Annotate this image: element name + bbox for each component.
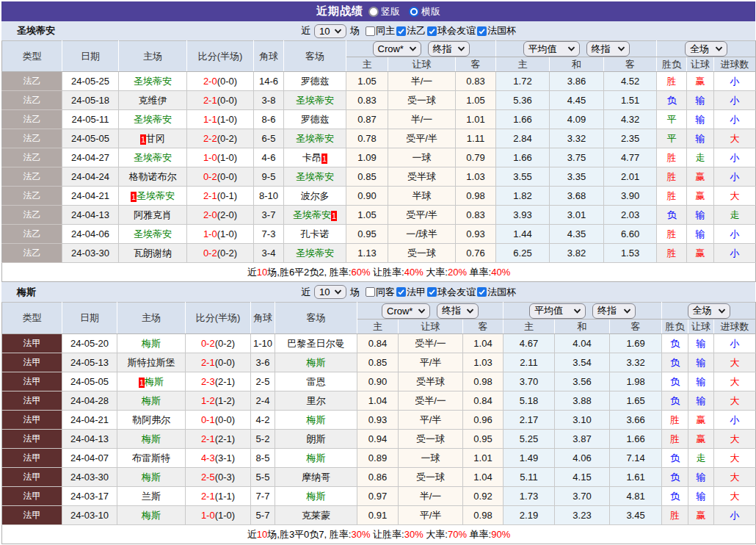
ah-odds-cell: 0.94	[357, 430, 399, 449]
result-cell: 赢	[687, 187, 714, 206]
score-half: (2-1)	[215, 376, 235, 387]
away-team-cell: 梅斯	[275, 487, 357, 506]
match-count-select[interactable]: 10	[314, 24, 346, 38]
ah-time-select[interactable]: 终指	[437, 303, 479, 319]
score-cell: 1-2(1-2)	[186, 391, 251, 411]
match-count-select[interactable]: 10	[314, 285, 346, 299]
eu-time-select[interactable]: 终指	[592, 303, 636, 319]
result-scope-select[interactable]: 全场	[688, 303, 730, 319]
chevron-down-icon	[418, 308, 426, 314]
corner-cell: 9-5	[254, 167, 284, 187]
same-venue-label[interactable]: 同客	[376, 286, 395, 299]
score-half: (0-3)	[215, 472, 235, 483]
score-cell: 4-3(3-1)	[186, 449, 251, 468]
league-checkbox-label[interactable]: 法国杯	[487, 286, 516, 299]
result-cell: 平	[657, 129, 687, 148]
eu-odds-cell: 1.66	[496, 110, 550, 129]
ah-odds-cell: 0.98	[456, 187, 496, 206]
ah-odds-cell: 受平/半	[388, 129, 456, 148]
check-icon	[397, 27, 405, 35]
ah-odds-cell: 1.05	[456, 91, 496, 110]
eu-company-select[interactable]: 平均值	[523, 41, 580, 57]
corner-cell: 7-3	[254, 225, 284, 244]
league-checkbox-1[interactable]	[427, 26, 437, 36]
title-bar: 近期战绩 竖版 横版	[1, 1, 755, 21]
eu-odds-cell: 4.09	[550, 110, 604, 129]
ah-odds-cell: 0.90	[346, 187, 388, 206]
eu-odds-cell: 4.04	[555, 334, 610, 353]
result-cell: 负	[662, 468, 688, 487]
ah-odds-cell: 0.98	[463, 506, 504, 525]
score-half: (0-1)	[217, 190, 237, 201]
home-team-cell: 圣埃蒂安	[119, 110, 187, 129]
eu-odds-cell: 6.25	[496, 244, 550, 263]
league-checkbox-label[interactable]: 法乙	[407, 24, 426, 37]
result-text: 赢	[696, 171, 705, 182]
date-cell: 24-04-13	[62, 206, 119, 225]
same-venue-label[interactable]: 同主	[376, 24, 395, 37]
ah-company-select[interactable]: Crow*	[382, 303, 430, 319]
league-checkbox-label[interactable]: 法国杯	[487, 24, 516, 37]
radio-horizontal-icon[interactable]	[409, 7, 419, 17]
near-label: 近	[301, 286, 310, 299]
league-checkbox-label[interactable]: 球会友谊	[437, 24, 476, 37]
ah-time-select[interactable]: 终指	[428, 41, 470, 57]
league-checkbox-0[interactable]	[396, 287, 406, 297]
eu-time-select[interactable]: 终指	[586, 41, 630, 57]
check-icon	[428, 27, 436, 35]
home-team-name: 克维伊	[139, 95, 167, 106]
away-team-name: 摩纳哥	[302, 472, 330, 483]
league-checkbox-2[interactable]	[477, 287, 487, 297]
eu-select-group: 平均值终指	[496, 41, 657, 57]
radio-vertical-icon[interactable]	[368, 7, 379, 17]
result-cell: 大	[714, 468, 756, 487]
score-cell: 2-1(0-1)	[187, 187, 254, 206]
league-type-cell: 法甲	[2, 430, 62, 449]
eu-company-select[interactable]: 平均值	[529, 303, 586, 319]
ah-odds-cell: 0.79	[456, 148, 496, 167]
result-cell: 输	[688, 391, 714, 411]
away-team-cell: 里尔	[275, 391, 357, 411]
league-checkbox-label[interactable]: 球会友谊	[437, 286, 476, 299]
eu-odds-cell: 3.88	[555, 391, 610, 411]
radio-vertical-layout[interactable]: 竖版	[368, 5, 400, 18]
eu-odds-cell: 3.23	[555, 506, 610, 525]
radio-horizontal-label[interactable]: 横版	[421, 5, 440, 18]
league-checkbox-label[interactable]: 法甲	[407, 286, 426, 299]
col-header-0: 类型	[2, 41, 62, 72]
home-team-cell: 1梅斯	[117, 372, 186, 391]
team-name: 梅斯	[17, 282, 36, 302]
match-filters: 近10场同主法乙球会友谊法国杯	[301, 21, 516, 40]
check-icon	[478, 288, 486, 296]
radio-horizontal-layout[interactable]: 横版	[409, 5, 440, 18]
result-cell: 输	[687, 110, 714, 129]
col-header-1: 日期	[62, 303, 117, 334]
result-cell: 走	[688, 449, 714, 468]
team-bar: 圣埃蒂安近10场同主法乙球会友谊法国杯	[1, 21, 755, 40]
select-value: 全场	[690, 43, 709, 56]
eu-odds-cell: 4.35	[550, 225, 604, 244]
score-cell: 2-1(0-0)	[187, 91, 254, 110]
summary-part: 单率:	[467, 267, 491, 278]
result-text: 负	[670, 338, 680, 349]
result-scope-select[interactable]: 全场	[685, 41, 727, 57]
league-checkbox-1[interactable]	[427, 287, 437, 297]
league-checkbox-0[interactable]	[396, 26, 406, 36]
league-checkbox-2[interactable]	[477, 26, 487, 36]
eu-odds-cell: 1.61	[610, 468, 662, 487]
radio-vertical-label[interactable]: 竖版	[381, 5, 400, 18]
same-venue-checkbox[interactable]	[366, 287, 375, 297]
result-cell: 胜	[657, 167, 687, 187]
eu-odds-cell: 5.18	[504, 391, 555, 411]
same-venue-checkbox[interactable]	[366, 26, 375, 36]
ah-company-select[interactable]: Crow*	[373, 41, 421, 57]
result-text: 小	[730, 248, 740, 259]
score-main: 4-3	[201, 452, 215, 463]
score-half: (3-1)	[215, 452, 235, 463]
eu-odds-cell: 3.86	[550, 72, 604, 91]
result-text: 输	[697, 357, 706, 368]
eu-odds-cell: 1.72	[496, 72, 550, 91]
corner-cell: 4-6	[254, 148, 284, 167]
result-text: 负	[670, 491, 680, 502]
chevron-down-icon	[334, 29, 342, 34]
